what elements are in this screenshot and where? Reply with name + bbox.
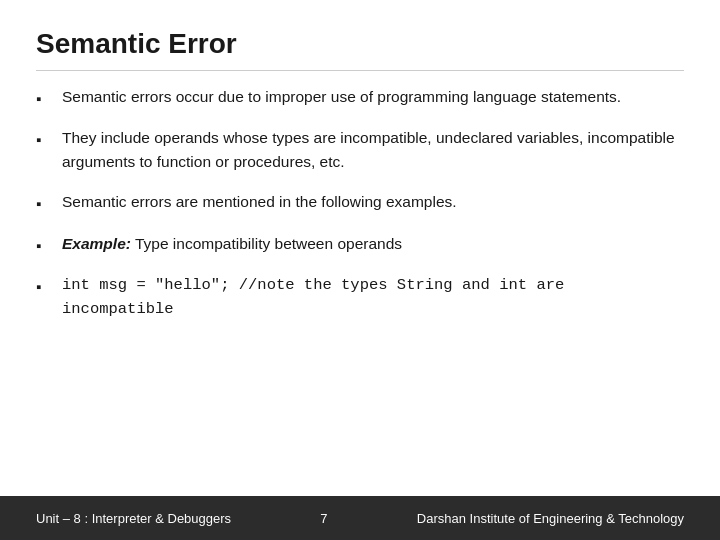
footer-center: 7 bbox=[320, 511, 327, 526]
example-body: Type incompatibility between operands bbox=[131, 235, 402, 252]
bullet-icon-5: ▪ bbox=[36, 275, 54, 298]
list-item: ▪ Example: Type incompatibility between … bbox=[36, 232, 684, 257]
bullet-icon-4: ▪ bbox=[36, 234, 54, 257]
bullet-text-5: int msg = "hello"; //note the types Stri… bbox=[62, 273, 684, 321]
footer-left: Unit – 8 : Interpreter & Debuggers bbox=[36, 511, 231, 526]
list-item: ▪ They include operands whose types are … bbox=[36, 126, 684, 174]
example-label: Example: bbox=[62, 235, 131, 252]
list-item: ▪ int msg = "hello"; //note the types St… bbox=[36, 273, 684, 321]
bullet-text-1: Semantic errors occur due to improper us… bbox=[62, 85, 684, 109]
page-title: Semantic Error bbox=[36, 28, 684, 71]
list-item: ▪ Semantic errors are mentioned in the f… bbox=[36, 190, 684, 215]
bullet-text-4: Example: Type incompatibility between op… bbox=[62, 232, 684, 256]
bullet-icon-3: ▪ bbox=[36, 192, 54, 215]
bullet-icon-1: ▪ bbox=[36, 87, 54, 110]
bullet-icon-2: ▪ bbox=[36, 128, 54, 151]
main-content: Semantic Error ▪ Semantic errors occur d… bbox=[0, 0, 720, 496]
footer-right: Darshan Institute of Engineering & Techn… bbox=[417, 511, 684, 526]
bullet-text-3: Semantic errors are mentioned in the fol… bbox=[62, 190, 684, 214]
bullet-text-2: They include operands whose types are in… bbox=[62, 126, 684, 174]
bullet-list: ▪ Semantic errors occur due to improper … bbox=[36, 85, 684, 321]
list-item: ▪ Semantic errors occur due to improper … bbox=[36, 85, 684, 110]
footer: Unit – 8 : Interpreter & Debuggers 7 Dar… bbox=[0, 496, 720, 540]
